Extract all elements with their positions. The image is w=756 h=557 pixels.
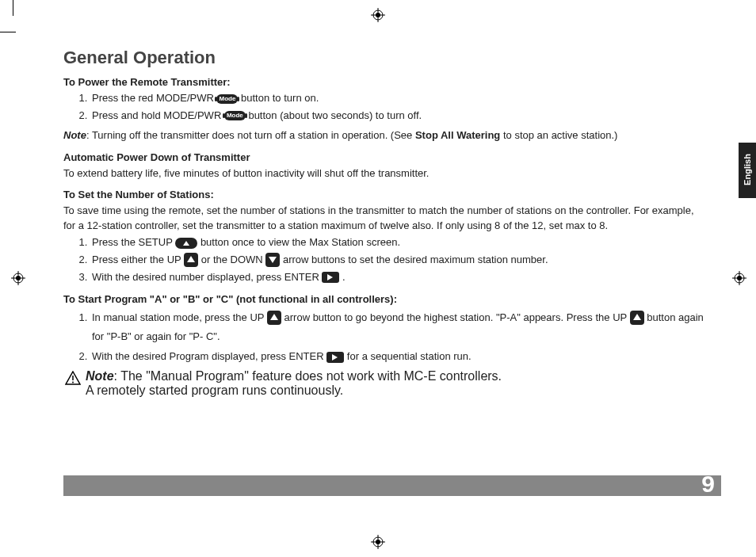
list-item: Press the SETUP button once to view the …: [90, 235, 705, 250]
list-item: In manual station mode, press the UP arr…: [90, 308, 705, 347]
list-program: In manual station mode, press the UP arr…: [63, 308, 705, 364]
registration-mark-icon: [11, 271, 25, 285]
mode-button-icon: Mode: [216, 94, 238, 104]
trim-mark: [0, 32, 16, 32]
heading-program: To Start Program "A" or "B" or "C" (not …: [63, 293, 705, 305]
svg-point-7: [376, 540, 380, 544]
list-item: With the desired number displayed, press…: [90, 270, 705, 285]
heading-stations: To Set the Number of Stations:: [63, 189, 705, 200]
registration-mark-icon: [371, 535, 385, 549]
list-power: Press the red MODE/PWR Mode button to tu…: [63, 91, 705, 124]
svg-point-11: [16, 276, 21, 280]
svg-point-15: [737, 276, 742, 280]
text-autopower: To extend battery life, five minutes of …: [63, 166, 705, 181]
svg-point-18: [72, 381, 74, 383]
list-item: Press the red MODE/PWR Mode button to tu…: [90, 91, 705, 106]
page-number: 9: [701, 471, 715, 498]
heading-power: To Power the Remote Transmitter:: [63, 76, 705, 88]
page-content: General Operation To Power the Remote Tr…: [63, 48, 705, 398]
enter-button-icon: [326, 352, 344, 363]
up-arrow-icon: [184, 253, 198, 267]
down-arrow-icon: [265, 253, 280, 267]
warning-note: Note: The "Manual Program" feature does …: [65, 369, 705, 398]
language-tab-label: English: [743, 151, 752, 188]
heading-autopower: Automatic Power Down of Transmitter: [63, 151, 705, 163]
warning-icon: [65, 371, 81, 398]
setup-button-icon: [175, 238, 197, 249]
up-arrow-icon: [267, 311, 281, 325]
list-stations: Press the SETUP button once to view the …: [63, 235, 705, 285]
footer-bar: [63, 475, 721, 496]
list-item: With the desired Program displayed, pres…: [90, 349, 705, 364]
note-power: Note: Turning off the transmitter does n…: [63, 128, 705, 143]
svg-point-3: [376, 13, 380, 17]
page-title: General Operation: [63, 48, 705, 68]
language-tab: English: [739, 143, 756, 198]
enter-button-icon: [322, 272, 339, 283]
list-item: Press and hold MODE/PWR Mode button (abo…: [90, 109, 705, 124]
trim-mark: [13, 0, 13, 16]
text-stations-intro: To save time using the remote, set the n…: [63, 204, 705, 234]
registration-mark-icon: [371, 8, 385, 22]
mode-button-icon: Mode: [224, 111, 246, 120]
up-arrow-icon: [630, 311, 644, 325]
registration-mark-icon: [732, 271, 746, 285]
list-item: Press either the UP or the DOWN arrow bu…: [90, 253, 705, 268]
